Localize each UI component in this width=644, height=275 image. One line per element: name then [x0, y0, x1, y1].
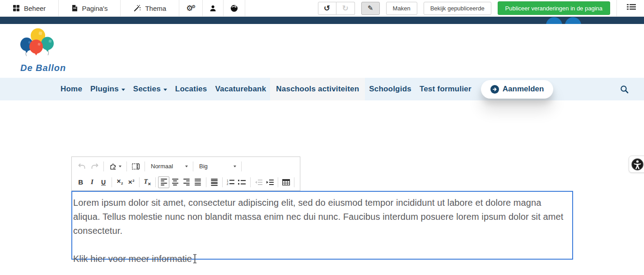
- svg-text:1: 1: [227, 179, 229, 182]
- divider: [126, 161, 127, 171]
- top-accent-bar: [0, 17, 644, 24]
- chevron-down-icon: [233, 166, 236, 167]
- aanmelden-button[interactable]: Aanmelden: [481, 80, 554, 99]
- cta-line[interactable]: Klik hier voor meer informatie: [73, 252, 569, 268]
- text-cursor-icon: [192, 254, 197, 268]
- superscript-button[interactable]: ✕2: [126, 176, 137, 188]
- divider: [294, 177, 294, 187]
- chevron-down-icon: [119, 166, 121, 167]
- cta-text[interactable]: Klik hier voor meer informatie: [73, 254, 192, 264]
- divider: [250, 177, 251, 187]
- admin-user-button[interactable]: [203, 0, 224, 16]
- file-icon: [71, 5, 78, 12]
- nav-label: Plugins: [90, 85, 119, 94]
- nav-item-home[interactable]: Home: [56, 78, 86, 100]
- line-height-icon: [211, 179, 218, 186]
- admin-menu-beheer[interactable]: Beheer: [0, 0, 59, 16]
- puzzle-icon: [109, 163, 117, 170]
- empty-line[interactable]: [73, 238, 569, 252]
- toolbar-row-2: B I U ✕2 ✕2 T✕ 12: [75, 174, 297, 190]
- align-right-button[interactable]: [181, 176, 192, 188]
- nav-item-secties[interactable]: Secties: [129, 78, 171, 100]
- balloons-icon: [19, 28, 57, 60]
- italic-button[interactable]: I: [86, 176, 98, 188]
- divider: [193, 161, 193, 171]
- indent-icon: [266, 179, 274, 185]
- font-size-select[interactable]: Big: [196, 161, 239, 172]
- paragraph-format-select[interactable]: Normaal: [147, 161, 191, 172]
- underline-icon: U: [101, 179, 106, 186]
- maken-button[interactable]: Maken: [386, 2, 417, 15]
- table-icon: [282, 179, 290, 185]
- accessibility-widget-button[interactable]: [629, 156, 644, 173]
- widgets-dropdown-button[interactable]: [106, 161, 124, 172]
- grid-icon: [13, 5, 20, 12]
- nav-label: Test formulier: [420, 85, 471, 94]
- accessibility-icon: [631, 158, 644, 171]
- nav-item-schoolgids[interactable]: Schoolgids: [365, 78, 415, 100]
- toolbar-row-1: Normaal Big: [75, 158, 297, 174]
- nav-item-test-formulier[interactable]: Test formulier: [415, 78, 476, 100]
- site-header: De Ballon: [0, 24, 644, 78]
- admin-menu-thema[interactable]: Thema: [121, 0, 179, 16]
- nav-item-vacaturebank[interactable]: Vacaturebank: [211, 78, 270, 100]
- container-icon: [132, 163, 140, 170]
- aanmelden-label: Aanmelden: [503, 85, 544, 94]
- numbered-list-icon: 12: [227, 179, 234, 185]
- format-select-value: Normaal: [151, 163, 173, 170]
- subscript-button[interactable]: ✕2: [114, 176, 126, 188]
- social-icon[interactable]: [565, 17, 581, 24]
- italic-icon: I: [91, 178, 93, 186]
- underline-button[interactable]: U: [98, 176, 109, 188]
- chevron-down-icon: [185, 166, 188, 167]
- divider: [103, 161, 104, 171]
- align-justify-button[interactable]: [192, 176, 204, 188]
- publish-button[interactable]: Publiceer veranderingen in de pagina: [498, 1, 610, 15]
- outdent-button[interactable]: [252, 176, 264, 188]
- admin-settings-button[interactable]: ⚙⚙: [179, 0, 203, 16]
- richtext-editable-area[interactable]: Lorem ipsum dolor sit amet, consectetur …: [71, 191, 573, 260]
- bulleted-list-button[interactable]: [236, 176, 247, 188]
- align-justify-icon: [195, 179, 201, 186]
- search-button[interactable]: [620, 85, 629, 94]
- nav-item-plugins[interactable]: Plugins: [86, 78, 129, 100]
- numbered-list-button[interactable]: 12: [225, 176, 236, 188]
- admin-menu-paginas[interactable]: Pagina's: [59, 0, 121, 16]
- align-left-button[interactable]: [158, 176, 169, 188]
- bold-button[interactable]: B: [75, 176, 86, 188]
- nav-label: Schoolgids: [369, 85, 411, 94]
- admin-menu-label: Thema: [145, 5, 166, 12]
- chevron-down-icon: [163, 89, 167, 91]
- admin-menu-label: Beheer: [24, 5, 46, 12]
- page: Beheer Pagina's Thema ⚙⚙ ↺ ↻ ✎ Maken Bek…: [0, 0, 644, 275]
- undo-icon: [78, 163, 85, 169]
- container-button[interactable]: [129, 161, 142, 172]
- nav-item-locaties[interactable]: Locaties: [171, 78, 211, 100]
- site-logo[interactable]: De Ballon: [19, 28, 69, 75]
- undo-redo-group: ↺ ↻: [318, 2, 355, 15]
- bekijk-gepubliceerde-button[interactable]: Bekijk gepubliceerde: [424, 2, 491, 15]
- nav-label: Vacaturebank: [215, 85, 266, 94]
- admin-sidebar-toggle[interactable]: [623, 4, 639, 12]
- magic-wand-icon: [133, 5, 141, 12]
- admin-menu-label: Pagina's: [82, 5, 107, 12]
- body-paragraph[interactable]: Lorem ipsum dolor sit amet, consectetur …: [73, 196, 569, 238]
- admin-language-button[interactable]: [224, 0, 245, 16]
- insert-table-button[interactable]: [280, 176, 292, 188]
- line-height-button[interactable]: [209, 176, 220, 188]
- edit-mode-button[interactable]: ✎: [361, 2, 380, 15]
- nav-item-naschools-activiteiten[interactable]: Naschools activiteiten: [270, 78, 365, 100]
- align-center-button[interactable]: [169, 176, 181, 188]
- undo-button[interactable]: [75, 161, 88, 172]
- redo-button[interactable]: ↻: [336, 2, 355, 15]
- undo-button[interactable]: ↺: [318, 2, 336, 15]
- redo-button[interactable]: [88, 161, 101, 172]
- pencil-icon: ✎: [368, 4, 373, 12]
- logo-wordmark: De Ballon: [20, 63, 66, 73]
- social-icon[interactable]: [546, 17, 562, 24]
- nav-label: Naschools activiteiten: [276, 85, 359, 94]
- remove-format-button[interactable]: T✕: [142, 176, 153, 188]
- lines-menu-icon: [627, 4, 636, 10]
- indent-button[interactable]: [264, 176, 275, 188]
- subscript-icon: ✕2: [117, 178, 123, 185]
